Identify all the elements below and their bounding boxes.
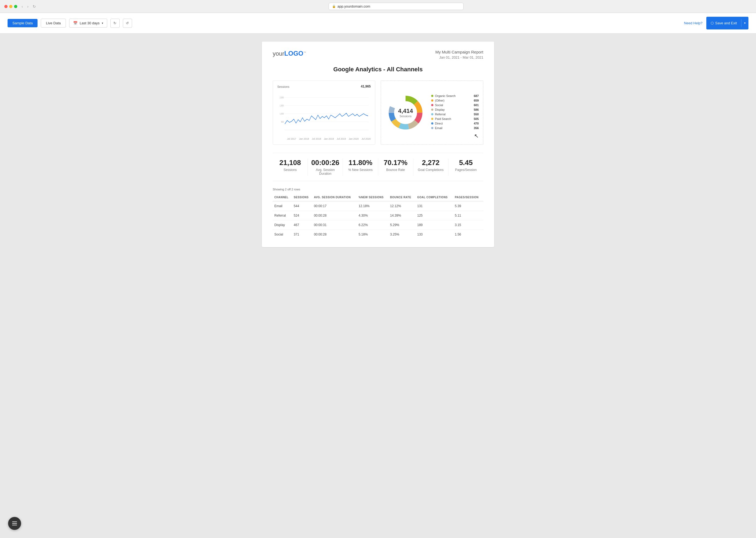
save-exit-main[interactable]: ⬡ Save and Exit [706,19,741,27]
x-label-7: Jul 2020 [362,137,371,140]
legend-name: Display [435,108,472,111]
showing-text: Showing 2 off 2 rows [273,188,483,191]
table-column-header: Channel [273,194,292,201]
table-row: Social37100:00:285.18%3.25%1331.56 [273,230,483,239]
report-title-area: My Multi Campaign Report Jan 01, 2021 - … [435,50,483,59]
donut-chart: 4,414 Sessions [385,92,426,133]
table-cell: 3.15 [453,220,483,230]
legend-name: Referral [435,113,472,116]
legend-dot [431,95,433,97]
save-exit-dropdown[interactable]: ▾ [741,19,748,27]
stat-label: % New Sessions [346,168,375,172]
logo-area: yourLOGO™ [273,50,306,57]
sample-data-button[interactable]: Sample Data [8,19,37,27]
table-cell: Display [273,220,292,230]
legend-dot [431,127,433,129]
stat-item: 11.80% % New Sessions [343,159,378,176]
table-row: Referral52400:00:284.30%14.39%1255.11 [273,211,483,220]
stat-value: 21,108 [276,159,305,167]
nav-buttons: ‹ › ↻ [21,4,37,9]
stat-label: Goal Completions [416,168,445,172]
table-cell: 131 [416,201,453,211]
chart-section: Sessions 41,965 2,000 1,500 1,000 500 [273,81,483,145]
legend-item: (Other) 659 [431,99,479,102]
back-button[interactable]: ‹ [21,4,24,9]
traffic-lights [4,5,17,8]
live-data-button[interactable]: Live Data [41,19,66,27]
legend-value: 505 [474,117,479,121]
chart-y-label: Sessions [277,85,371,88]
exit-icon: ⬡ [711,21,714,25]
table-cell: 125 [416,211,453,220]
undo-icon: ↺ [126,21,129,25]
reload-button[interactable]: ↻ [31,4,37,9]
stat-item: 70.17% Bounce Rate [378,159,413,176]
chart-peak-value: 41,965 [361,84,371,88]
legend-item: Display 586 [431,108,479,111]
need-help-link[interactable]: Need Help? [684,21,703,25]
lock-icon: 🔒 [332,5,336,8]
stat-value: 2,272 [416,159,445,167]
logo-your: your [273,50,284,57]
table-column-header: Bounce Rate [388,194,416,201]
legend-value: 601 [474,103,479,107]
stat-label: Pages/Session [451,168,480,172]
svg-text:500: 500 [281,121,284,124]
main-content: yourLOGO™ My Multi Campaign Report Jan 0… [0,33,756,255]
table-cell: 4.30% [357,211,388,220]
date-range-label: Last 30 days [80,21,100,25]
x-label-1: Jul 2017 [287,137,296,140]
legend-item: Paid Search 505 [431,117,479,121]
x-label-3: Jul 2018 [312,137,321,140]
x-label-5: Jul 2019 [337,137,346,140]
table-column-header: Goal Completions [416,194,453,201]
menu-button[interactable] [8,517,21,530]
stat-label: Avg. Session Duration [311,168,340,176]
stat-item: 5.45 Pages/Session [448,159,483,176]
toolbar: Sample Data Live Data 📅 Last 30 days ▾ ↻… [0,13,756,33]
table-cell: 5.39 [453,201,483,211]
date-range-button[interactable]: 📅 Last 30 days ▾ [69,19,107,27]
donut-subtitle: Sessions [398,115,413,118]
table-cell: 6.22% [357,220,388,230]
report-date: Jan 01, 2021 - Mar 01, 2021 [435,55,483,59]
table-cell: 00:00:28 [312,211,357,220]
stat-value: 70.17% [381,159,410,167]
line-chart-svg: 2,000 1,500 1,000 500 [277,92,371,135]
donut-section: 4,414 Sessions Organic Search 687 (Other… [381,81,483,145]
table-column-header: %New Sessions [357,194,388,201]
legend-item: Organic Search 687 [431,94,479,97]
address-bar[interactable]: 🔒 app.yourdomain.com [328,3,464,10]
table-cell: 3.25% [388,230,416,239]
hamburger-line-3 [12,525,17,525]
table-cell: 12.12% [388,201,416,211]
maximize-button[interactable] [14,5,17,8]
forward-button[interactable]: › [26,4,30,9]
save-exit-button[interactable]: ⬡ Save and Exit ▾ [706,17,748,29]
table-header: ChannelSessionsAvg. Session Duration%New… [273,194,483,201]
report-name: My Multi Campaign Report [435,50,483,54]
table-cell: 371 [292,230,312,239]
save-exit-label: Save and Exit [715,21,737,25]
url-text: app.yourdomain.com [337,4,370,8]
minimize-button[interactable] [9,5,13,8]
table-cell: 133 [416,230,453,239]
table-cell: 5.29% [388,220,416,230]
stat-item: 00:00:26 Avg. Session Duration [308,159,343,176]
legend-item: Email 356 [431,127,479,130]
refresh-button[interactable]: ↻ [110,19,120,28]
table-cell: 189 [416,220,453,230]
legend-name: Direct [435,122,472,125]
calendar-icon: 📅 [73,21,77,25]
x-label-6: Jan 2020 [349,137,359,140]
table-row: Email54400:00:1712.18%12.12%1315.39 [273,201,483,211]
close-button[interactable] [4,5,8,8]
x-label-2: Jan 2018 [299,137,309,140]
table-column-header: Pages/Session [453,194,483,201]
table-cell: 00:00:31 [312,220,357,230]
section-title: Google Analytics - All Channels [273,66,483,73]
x-axis: Jul 2017 Jan 2018 Jul 2018 Jan 2019 Jul … [277,136,371,140]
legend-dot [431,122,433,125]
stat-value: 00:00:26 [311,159,340,167]
undo-button[interactable]: ↺ [123,19,132,28]
